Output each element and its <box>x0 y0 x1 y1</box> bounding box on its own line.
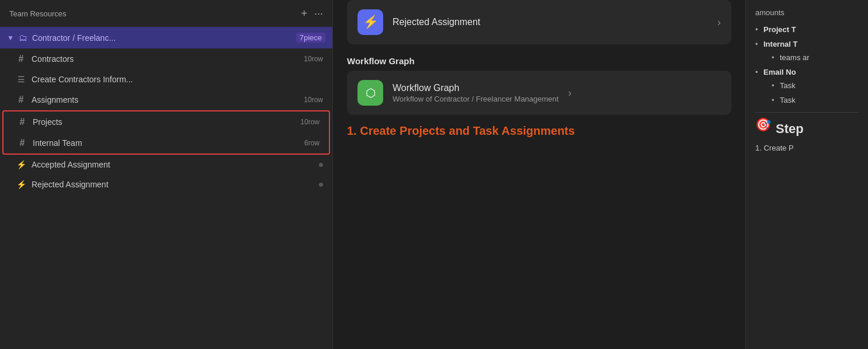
sidebar-item-label: Assignments <box>32 95 298 104</box>
step-label: Step <box>776 118 804 139</box>
item-label-bold: Project T <box>763 25 796 34</box>
rejected-card-icon: ⚡ <box>357 9 383 35</box>
sidebar-item-rejected-assignment[interactable]: ⚡ Rejected Assignment <box>0 175 332 194</box>
workflow-section-label: Workflow Graph <box>347 56 731 66</box>
group-badge: 7piece <box>296 33 325 43</box>
bolt-icon: ⚡ <box>16 180 26 189</box>
bolt-icon: ⚡ <box>16 160 26 169</box>
item-label-bold: Email No <box>763 68 796 76</box>
sidebar-items: ▼ 🗂 Contractor / Freelanc... 7piece # Co… <box>0 27 332 349</box>
workflow-section: Workflow Graph ⬡ Workflow Graph Workflow… <box>347 54 731 115</box>
nested-item: teams ar <box>772 52 859 64</box>
group-name: Contractor / Freelanc... <box>32 33 291 43</box>
item-badge: 10row <box>300 118 320 126</box>
target-icon: 🎯 <box>755 118 771 131</box>
sidebar-item-label: Accepted Assignment <box>32 160 313 169</box>
sidebar-header-actions: + ··· <box>301 8 323 19</box>
doc-icon: ☰ <box>16 75 26 84</box>
nested-item: Task <box>772 80 859 92</box>
sidebar-item-label: Rejected Assignment <box>32 180 313 189</box>
item-label-bold: Internal T <box>763 40 798 48</box>
list-item-internal-t: Internal T teams ar <box>755 39 859 63</box>
card-chevron-icon: › <box>568 87 571 99</box>
nested-list: teams ar <box>763 52 859 64</box>
sidebar-item-contractors[interactable]: # Contractors 10row <box>0 48 332 69</box>
hash-icon: # <box>16 54 26 64</box>
sidebar: Team Resources + ··· ▼ 🗂 Contractor / Fr… <box>0 0 333 349</box>
sidebar-title: Team Resources <box>9 9 67 18</box>
bolt-icon: ⚡ <box>363 15 379 30</box>
hash-icon: # <box>16 95 26 105</box>
amounts-text: amounts <box>755 7 859 19</box>
more-button[interactable]: ··· <box>314 8 323 19</box>
hash-icon: # <box>18 138 27 148</box>
sidebar-header-left: Team Resources <box>9 9 67 18</box>
right-panel-text: amounts Project T Internal T teams ar Em… <box>755 7 859 155</box>
right-panel-list: Project T Internal T teams ar Email No T… <box>755 24 859 106</box>
sidebar-item-label: Projects <box>33 117 294 127</box>
nested-item: Task <box>772 95 859 106</box>
sidebar-item-accepted-assignment[interactable]: ⚡ Accepted Assignment <box>0 155 332 175</box>
list-item-email-no: Email No Task Task <box>755 67 859 106</box>
sidebar-item-label: Create Contractors Inform... <box>32 75 323 84</box>
item-badge: 10row <box>304 96 323 104</box>
sidebar-header: Team Resources + ··· <box>0 0 332 27</box>
right-panel: amounts Project T Internal T teams ar Em… <box>745 0 868 349</box>
sidebar-item-label: Contractors <box>32 54 298 64</box>
item-dot <box>319 183 323 187</box>
item-dot <box>319 163 323 167</box>
workflow-card-subtitle: Workflow of Contractor / Freelancer Mana… <box>393 95 558 103</box>
create-p-text: 1. Create P <box>755 142 859 155</box>
step-section: 🎯 Step <box>755 118 859 139</box>
workflow-icon: ⬡ <box>366 86 376 100</box>
nested-list: Task Task <box>763 80 859 106</box>
highlighted-group: # Projects 10row # Internal Team 6row <box>2 110 330 155</box>
chevron-icon: ▼ <box>7 34 14 42</box>
sidebar-item-assignments[interactable]: # Assignments 10row <box>0 89 332 110</box>
folder-icon: 🗂 <box>19 33 27 43</box>
sidebar-item-label: Internal Team <box>33 138 298 148</box>
card-chevron-icon: › <box>717 16 721 29</box>
workflow-card-icon: ⬡ <box>357 80 383 106</box>
workflow-card-title: Workflow Graph <box>393 83 558 93</box>
sidebar-item-projects[interactable]: # Projects 10row <box>4 111 329 132</box>
workflow-card-text: Workflow Graph Workflow of Contractor / … <box>393 83 558 103</box>
sidebar-item-create-contractors[interactable]: ☰ Create Contractors Inform... <box>0 69 332 89</box>
item-badge: 10row <box>304 55 323 63</box>
create-projects-heading: 1. Create Projects and Task Assignments <box>347 124 731 138</box>
sidebar-item-internal-team[interactable]: # Internal Team 6row <box>4 132 329 153</box>
divider <box>755 112 859 113</box>
list-item-project-t: Project T <box>755 24 859 36</box>
rejected-assignment-card[interactable]: ⚡ Rejected Assignment › <box>347 0 731 44</box>
workflow-graph-card[interactable]: ⬡ Workflow Graph Workflow of Contractor … <box>347 71 731 115</box>
hash-icon: # <box>18 117 27 127</box>
add-button[interactable]: + <box>301 8 307 19</box>
item-badge: 6row <box>304 139 320 147</box>
rejected-card-title: Rejected Assignment <box>393 17 708 27</box>
main-content: ⚡ Rejected Assignment › Workflow Graph ⬡… <box>333 0 745 349</box>
group-header[interactable]: ▼ 🗂 Contractor / Freelanc... 7piece <box>0 27 332 48</box>
